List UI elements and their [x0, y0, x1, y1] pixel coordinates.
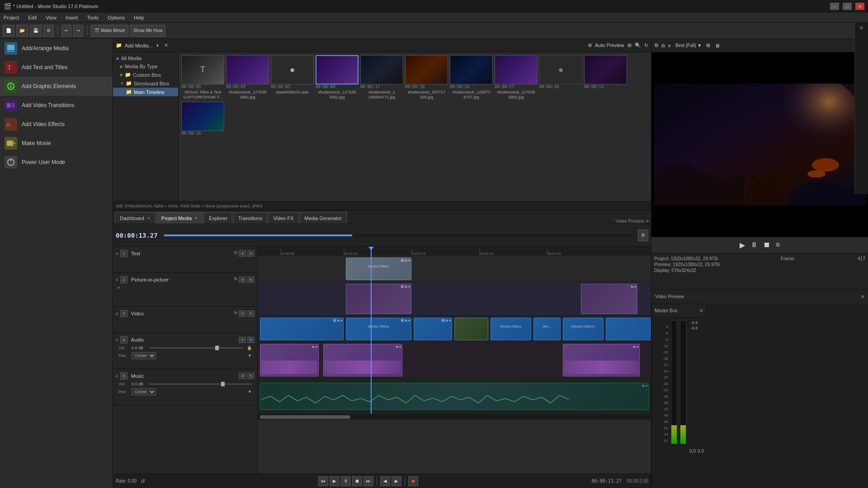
video-clip-8[interactable]	[606, 318, 651, 340]
media-thumb-10[interactable]: 00:00:12	[584, 55, 627, 100]
pip-track-expand[interactable]: ≡	[116, 277, 118, 282]
show-me-how-button[interactable]: Show Me How	[130, 25, 165, 37]
open-button[interactable]: 📂	[16, 25, 28, 37]
step-back-button[interactable]: ◀	[380, 476, 390, 486]
audio-clip-1[interactable]: fx ≡	[260, 344, 319, 376]
menu-tools[interactable]: Tools	[85, 15, 100, 20]
track-area[interactable]: 00:00:05 00:00:10 00:00:15 00:00:20 00:0…	[258, 247, 651, 474]
media-panel-close[interactable]: ✕	[164, 42, 168, 48]
media-thumb-8[interactable]: 00:00:17 shutterstock_1275383962.jpg	[495, 55, 538, 100]
media-thumb-2[interactable]: 00:00:05 shutterstock_1275383962.jpg	[226, 55, 269, 100]
preview-settings-icon[interactable]: ⚙	[654, 42, 659, 48]
media-thumb-3[interactable]: ● 00:00:05 sweetHMix01.wav	[271, 55, 314, 100]
sidebar-item-add-arrange-media[interactable]: Add/Arrange Media	[0, 39, 113, 58]
menu-insert[interactable]: Insert	[64, 15, 80, 20]
preview-pause-button[interactable]: ⏸	[750, 241, 758, 249]
text-track-expand[interactable]: ≡	[116, 251, 118, 256]
preview-size-icon[interactable]: ⊞	[706, 42, 710, 48]
preview-fx-icon[interactable]: fx	[661, 43, 665, 48]
music-track-mute[interactable]: ↺	[239, 373, 246, 379]
audio-clip-2[interactable]: fx ≡	[323, 344, 402, 376]
audio-track-more[interactable]: ↻	[247, 337, 255, 343]
sidebar-item-add-graphic-elements[interactable]: Add Graphic Elements	[0, 77, 113, 96]
audio-track-expand[interactable]: ≡	[116, 338, 118, 343]
tab-explorer[interactable]: Explorer	[204, 212, 232, 224]
tree-custom-bins[interactable]: ▶ 📁 Custom Bins	[113, 70, 178, 79]
menu-project[interactable]: Project	[2, 15, 21, 20]
video-clip-2[interactable]: Media Offline ⛓ fx ≡	[346, 318, 411, 340]
preview-close-icon[interactable]: ✕	[861, 294, 864, 299]
go-to-start-button[interactable]: ⏮	[318, 476, 328, 486]
step-forward-button[interactable]: ▶	[392, 476, 401, 486]
video-track-fx[interactable]: fx	[234, 310, 237, 317]
pip-clip-2[interactable]: fx ≡	[581, 284, 637, 314]
redo-button[interactable]: ↪	[73, 25, 83, 37]
sidebar-item-make-movie[interactable]: Make Movie	[0, 134, 113, 153]
video-clip-5[interactable]: Media Offline	[491, 318, 531, 340]
preview-calculate-icon[interactable]: ≡	[668, 43, 671, 48]
video-track-expand[interactable]: ≡	[116, 311, 118, 316]
text-clip-1[interactable]: ⛓ fx ≡ Media Offline	[346, 258, 411, 280]
menu-view[interactable]: View	[44, 15, 58, 20]
pip-clip-1[interactable]: ⛓ fx ≡	[346, 284, 411, 314]
sidebar-item-add-video-transitions[interactable]: Add Video Transitions	[0, 96, 113, 115]
tab-media-generator[interactable]: Media Generator	[300, 212, 347, 224]
sidebar-item-power-user-mode[interactable]: Power User Mode	[0, 153, 113, 172]
media-thumb-7[interactable]: 00:00:20 shutterstock_1265778757.jpg	[450, 55, 493, 100]
scrollbar-thumb[interactable]	[260, 415, 350, 419]
tree-media-by-type[interactable]: ▶ Media By Type	[113, 62, 178, 70]
new-button[interactable]: 📄	[3, 25, 14, 37]
master-bus-close[interactable]: ✕	[699, 308, 703, 313]
music-track-more[interactable]: ↻	[247, 373, 255, 379]
minimize-button[interactable]: ─	[830, 3, 839, 10]
video-clip-7[interactable]: (Media Offline)	[563, 318, 604, 340]
audio-vol-slider[interactable]	[149, 347, 243, 348]
tree-main-timeline[interactable]: 📁 Main Timeline	[113, 88, 178, 96]
music-pan-dropdown[interactable]: ▼	[248, 389, 252, 394]
auto-preview-toggle[interactable]: Auto Preview	[595, 42, 624, 48]
text-track-fx[interactable]: fx	[234, 250, 237, 257]
loop-icon[interactable]: ↺	[141, 478, 145, 484]
music-clip-1[interactable]: fx ≡	[260, 383, 649, 410]
preview-size-icon[interactable]: ⊞	[627, 42, 632, 48]
play-pause-button[interactable]: ⏸	[341, 476, 351, 486]
play-from-start-button[interactable]: ▶	[330, 476, 340, 486]
text-track-motion[interactable]: ↺	[239, 250, 246, 257]
video-clip-4[interactable]	[454, 318, 488, 340]
stop-button[interactable]: ⏹	[352, 476, 362, 486]
undo-button[interactable]: ↩	[61, 25, 71, 37]
tree-storyboard-bins[interactable]: ▼ 📁 Storyboard Bins	[113, 79, 178, 88]
tree-all-media[interactable]: ▶ All Media	[113, 54, 178, 62]
menu-options[interactable]: Options	[106, 15, 127, 20]
close-button[interactable]: ✕	[855, 3, 864, 10]
video-clip-3[interactable]: ⛓ fx ≡	[414, 318, 452, 340]
right-settings-gear[interactable]: ⚙	[859, 25, 863, 30]
settings-button[interactable]: ⚙	[43, 25, 54, 37]
media-thumb-5[interactable]: 00:00:17 shutterstock_1185684772.jpg	[360, 55, 403, 100]
video-clip-1[interactable]: ⛓ fx ≡	[260, 318, 344, 340]
timeline-scrollbar[interactable]	[258, 414, 651, 420]
music-vol-slider[interactable]	[149, 384, 252, 385]
audio-pan-dropdown[interactable]: ▼	[248, 353, 252, 358]
media-thumb-4[interactable]: 00:00:08 shutterstock_1275383962.jpg	[316, 55, 359, 100]
preview-ext-monitor[interactable]: 🖥	[715, 43, 720, 48]
tab-project-media-close[interactable]: ✕	[194, 216, 198, 221]
add-media-dropdown[interactable]: ▼	[156, 43, 160, 48]
record-button[interactable]: ⏺	[408, 476, 418, 486]
audio-pan-select[interactable]: Center	[132, 352, 156, 359]
text-track-more[interactable]: ↻	[247, 250, 255, 257]
preview-loop-button[interactable]: ≡	[776, 241, 780, 249]
media-thumb-6[interactable]: 00:00:18 shutterstock_597717269.jpg	[405, 55, 448, 100]
settings-icon[interactable]: ⚙	[588, 42, 592, 48]
media-thumb-1[interactable]: T 00:00:05 VEGAS Titles & TextCAPTURESHO…	[181, 55, 224, 100]
go-to-end-button[interactable]: ⏭	[363, 476, 373, 486]
tab-transitions[interactable]: Transitions	[233, 212, 267, 224]
timeline-settings[interactable]: ⚙	[638, 230, 648, 241]
preview-stop-button[interactable]: ⏹	[763, 241, 770, 249]
video-track-motion[interactable]: ↺	[239, 310, 246, 317]
maximize-button[interactable]: □	[843, 3, 852, 10]
timeline-scrubber[interactable]	[164, 235, 634, 236]
tab-video-fx[interactable]: Video FX	[268, 212, 298, 224]
video-track-more[interactable]: ↻	[247, 310, 255, 317]
sidebar-item-add-video-effects[interactable]: fx Add Video Effects	[0, 115, 113, 134]
